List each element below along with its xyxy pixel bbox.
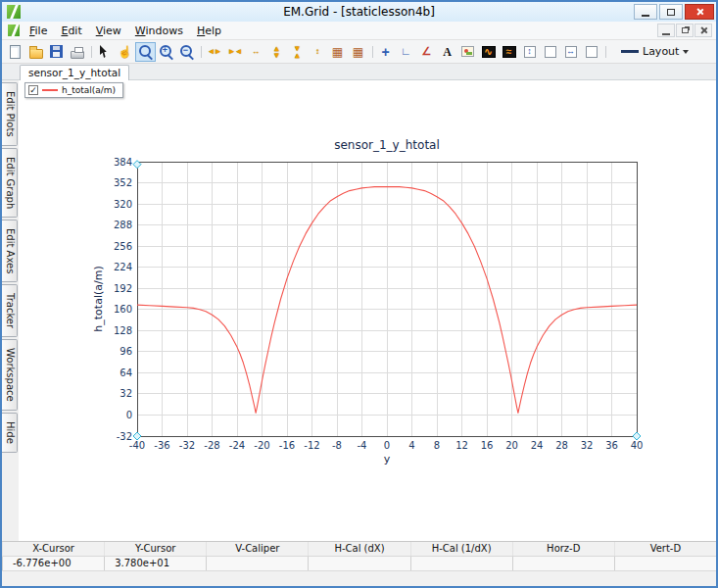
svg-text:192: 192 <box>114 283 132 294</box>
status-value-cell <box>308 557 409 570</box>
toolbar-separator-2 <box>197 42 204 62</box>
status-value-cell <box>410 557 512 570</box>
fit-y-axis-icon[interactable]: ↕ <box>307 42 327 62</box>
mdi-restore-button[interactable] <box>676 24 694 37</box>
data-table-icon[interactable]: ▦ <box>327 42 348 62</box>
menu-windows[interactable]: Windows <box>128 23 190 39</box>
status-bar: X-CursorY-CursorV-CaliperH-Cal (dX)H-Cal… <box>2 541 716 570</box>
svg-text:384: 384 <box>114 157 132 168</box>
title-bar: EM.Grid - [staticlesson4b] <box>2 2 716 22</box>
print-icon[interactable] <box>67 42 87 62</box>
toolbar-buttons: ☝+−◄►►◄↔◄►►◄↕▦▦+∟∠A∿≈↕↔ <box>5 42 608 62</box>
app-window: EM.Grid - [staticlesson4b] FileEditViewW… <box>0 0 718 588</box>
tab-sensor-1-y-htotal[interactable]: sensor_1_y_htotal <box>20 65 129 80</box>
svg-text:-32: -32 <box>117 431 132 442</box>
side-tab-edit-axes[interactable]: Edit Axes <box>2 220 18 282</box>
svg-text:0: 0 <box>384 440 390 451</box>
zoom-in-icon[interactable]: + <box>156 42 176 62</box>
minimize-icon <box>642 15 649 17</box>
svg-text:-32: -32 <box>179 440 195 451</box>
app-logo-icon <box>7 5 21 19</box>
svg-text:256: 256 <box>114 241 132 252</box>
empty-box-2-icon[interactable] <box>581 42 601 62</box>
tab-bar: sensor_1_y_htotal <box>2 64 716 80</box>
horizontal-caliper-icon[interactable]: ↔ <box>560 42 581 62</box>
side-tab-edit-graph[interactable]: Edit Graph <box>2 148 18 218</box>
status-col-v-caliper: V-Caliper <box>206 542 308 556</box>
layout-dropdown-button[interactable]: Layout <box>614 42 695 61</box>
compress-x-axis-icon[interactable]: ►◄ <box>224 42 245 62</box>
maximize-icon <box>667 9 675 16</box>
svg-text:h_total(a/m): h_total(a/m) <box>92 266 105 331</box>
status-col-horz-d: Horz-D <box>512 542 614 556</box>
expand-x-axis-icon[interactable]: ◄► <box>204 42 224 62</box>
data-table-2-icon[interactable]: ▦ <box>348 42 368 62</box>
svg-text:8: 8 <box>434 440 440 451</box>
mdi-minimize-button[interactable] <box>657 24 675 37</box>
svg-text:20: 20 <box>505 440 518 451</box>
legend[interactable]: ✓ h_total(a/m) <box>24 82 123 98</box>
close-button[interactable] <box>685 4 714 20</box>
svg-text:-16: -16 <box>279 440 295 451</box>
legend-line-sample <box>42 89 58 91</box>
open-file-icon[interactable] <box>25 42 46 62</box>
svg-text:-20: -20 <box>254 440 269 451</box>
menu-file[interactable]: File <box>23 23 54 39</box>
menu-edit[interactable]: Edit <box>54 23 88 39</box>
main-area: Edit PlotsEdit GraphEdit AxesTrackerWork… <box>2 80 716 541</box>
fit-x-axis-icon[interactable]: ↔ <box>245 42 265 62</box>
zoom-out-icon[interactable]: − <box>176 42 197 62</box>
svg-text:352: 352 <box>114 177 132 188</box>
status-value-cell <box>614 557 716 570</box>
legend-checkbox[interactable]: ✓ <box>28 85 38 95</box>
svg-text:288: 288 <box>114 220 132 230</box>
axes-icon[interactable]: ∟ <box>396 42 416 62</box>
svg-text:96: 96 <box>120 346 132 357</box>
svg-text:160: 160 <box>114 304 132 315</box>
mdi-minimize-icon <box>662 33 670 35</box>
window-footer <box>2 570 716 586</box>
save-icon[interactable] <box>46 42 67 62</box>
toolbar-separator-4 <box>601 42 608 62</box>
image-annotation-icon[interactable] <box>457 42 478 62</box>
side-tab-tracker[interactable]: Tracker <box>2 284 18 337</box>
status-value-cell: 3.780e+01 <box>104 557 206 570</box>
svg-text:16: 16 <box>481 440 494 451</box>
zoom-window-icon[interactable] <box>135 42 156 62</box>
svg-text:sensor_1_y_htotal: sensor_1_y_htotal <box>334 138 440 152</box>
status-col-h-cal-1dx: H-Cal (1/dX) <box>410 542 512 556</box>
maximize-button[interactable] <box>659 4 683 20</box>
slope-icon[interactable]: ∠ <box>416 42 437 62</box>
svg-text:-4: -4 <box>358 440 367 451</box>
menu-help[interactable]: Help <box>190 23 228 39</box>
waveform-dark-icon[interactable]: ∿ <box>478 42 499 62</box>
status-col-h-cal-dx: H-Cal (dX) <box>308 542 409 556</box>
status-value-cell <box>512 557 614 570</box>
side-tab-workspace[interactable]: Workspace <box>2 339 18 411</box>
mdi-close-button[interactable] <box>694 24 712 37</box>
chart[interactable]: -40-36-32-28-24-20-16-12-8-4048121620242… <box>19 80 716 541</box>
pan-hand-icon[interactable]: ☝ <box>115 42 135 62</box>
vertical-caliper-icon[interactable]: ↕ <box>519 42 540 62</box>
toolbar-separator <box>87 42 94 62</box>
select-cursor-icon[interactable] <box>94 42 115 62</box>
svg-text:224: 224 <box>114 262 132 272</box>
compress-y-axis-icon[interactable]: ►◄ <box>286 42 307 62</box>
dropdown-caret-icon <box>683 50 689 54</box>
svg-text:32: 32 <box>581 440 594 451</box>
menu-view[interactable]: View <box>89 23 128 39</box>
svg-text:-28: -28 <box>204 440 219 451</box>
minimize-button[interactable] <box>634 4 657 20</box>
status-value-cell: -6.776e+00 <box>2 557 104 570</box>
empty-box-icon[interactable] <box>540 42 560 62</box>
new-file-icon[interactable] <box>5 42 25 62</box>
plot-canvas[interactable]: ✓ h_total(a/m) -40-36-32-28-24-20-16-12-… <box>19 80 716 541</box>
crosshair-icon[interactable]: + <box>375 42 396 62</box>
mdi-close-icon <box>699 26 707 34</box>
text-label-icon[interactable]: A <box>437 42 457 62</box>
expand-y-axis-icon[interactable]: ◄► <box>265 42 286 62</box>
waveform-gallery-icon[interactable]: ≈ <box>499 42 519 62</box>
svg-text:4: 4 <box>408 440 414 451</box>
side-tab-hide[interactable]: Hide <box>2 413 18 453</box>
side-tab-edit-plots[interactable]: Edit Plots <box>2 82 18 146</box>
